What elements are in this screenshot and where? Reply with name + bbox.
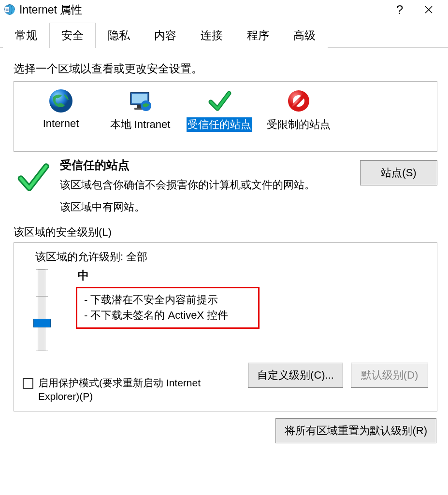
zone-local-intranet[interactable]: 本地 Intranet — [104, 86, 176, 132]
zone-label: 本地 Intranet — [110, 117, 171, 132]
tab-content[interactable]: 内容 — [142, 23, 188, 48]
zone-label: Internet — [43, 117, 79, 130]
security-level-slider[interactable] — [38, 269, 45, 351]
zone-detail-description: 该区域包含你确信不会损害你的计算机或文件的网站。 — [60, 178, 316, 192]
help-button[interactable]: ? — [385, 2, 414, 17]
zone-trusted-sites[interactable]: 受信任的站点 — [183, 86, 256, 132]
zone-restricted-sites[interactable]: 受限制的站点 — [262, 86, 335, 132]
tab-connections[interactable]: 连接 — [188, 23, 235, 48]
tab-security[interactable]: 安全 — [49, 23, 96, 48]
level-bullet: 不下载未签名的 ActiveX 控件 — [84, 308, 251, 323]
tab-privacy[interactable]: 隐私 — [96, 23, 142, 48]
slider-thumb[interactable] — [33, 319, 51, 327]
zone-label: 受信任的站点 — [187, 117, 252, 132]
globe-icon — [46, 86, 75, 115]
protected-mode-checkbox[interactable] — [23, 378, 33, 389]
reset-all-zones-button[interactable]: 将所有区域重置为默认级别(R) — [275, 418, 436, 443]
tab-advanced[interactable]: 高级 — [281, 23, 328, 48]
custom-level-button[interactable]: 自定义级别(C)... — [248, 363, 343, 388]
security-level-label: 该区域的安全级别(L) — [14, 225, 437, 240]
tab-strip: 常规 安全 隐私 内容 连接 程序 高级 — [0, 22, 448, 48]
svg-point-8 — [49, 89, 72, 113]
internet-options-icon — [3, 3, 16, 16]
zone-internet[interactable]: Internet — [25, 86, 97, 132]
default-level-button: 默认级别(D) — [351, 363, 428, 388]
allowed-levels-label: 该区域的允许级别: 全部 — [35, 250, 428, 264]
protected-mode-label: 启用保护模式(要求重新启动 Internet Explorer)(P) — [38, 376, 202, 404]
zone-detail-title: 受信任的站点 — [60, 157, 335, 173]
checkmark-icon — [205, 86, 234, 115]
prohibited-icon — [284, 86, 313, 115]
tab-programs[interactable]: 程序 — [235, 23, 281, 48]
title-bar: Internet 属性 ? — [0, 0, 448, 22]
tab-general[interactable]: 常规 — [3, 23, 49, 48]
zone-detail-icon — [14, 157, 52, 214]
current-level-name: 中 — [78, 268, 428, 283]
close-button[interactable] — [414, 2, 443, 17]
level-bullet: 下载潜在不安全内容前提示 — [84, 292, 251, 308]
zone-instruction: 选择一个区域以查看或更改安全设置。 — [14, 61, 437, 76]
security-level-box: 该区域的允许级别: 全部 中 下载潜在不安全内容前提示 不下载未签名 — [14, 242, 437, 412]
window-title: Internet 属性 — [19, 2, 385, 17]
zone-detail: 受信任的站点 该区域包含你确信不会损害你的计算机或文件的网站。 该区域中有网站。… — [14, 157, 437, 214]
highlighted-bullets: 下载潜在不安全内容前提示 不下载未签名的 ActiveX 控件 — [76, 287, 260, 329]
monitor-globe-icon — [126, 86, 155, 115]
zone-list: Internet 本地 Intranet — [14, 81, 437, 152]
sites-button[interactable]: 站点(S) — [360, 160, 437, 185]
svg-rect-2 — [5, 7, 9, 12]
zone-detail-status: 该区域中有网站。 — [60, 200, 335, 214]
tab-panel-security: 选择一个区域以查看或更改安全设置。 Internet — [0, 48, 448, 448]
zone-label: 受限制的站点 — [267, 117, 331, 132]
